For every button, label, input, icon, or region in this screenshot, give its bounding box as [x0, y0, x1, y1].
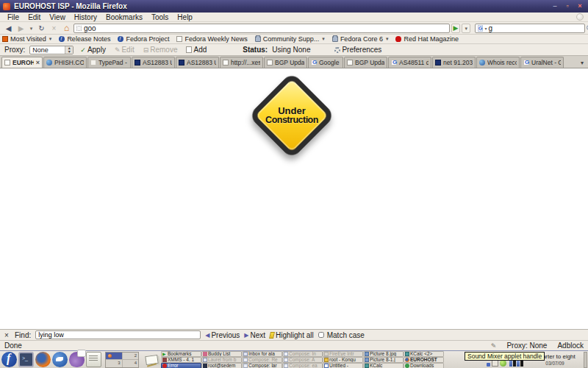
search-engine-dropdown-icon[interactable]: ▾ — [484, 26, 487, 31]
terminal-launcher-icon[interactable] — [18, 352, 34, 367]
task-downloads[interactable]: Downloads — [404, 363, 444, 368]
go-button[interactable]: ▶ — [451, 24, 461, 33]
url-input[interactable] — [84, 24, 447, 32]
fedora-menu-icon[interactable] — [1, 352, 17, 367]
task-konqueror[interactable]: root - Konqu — [323, 357, 363, 363]
bookmark-fedora-weekly-news[interactable]: Fedora Weekly News — [176, 35, 247, 43]
task-compose-a[interactable]: Compose: A — [282, 357, 323, 363]
bookmark-fedora-core-6[interactable]: Fedora Core 6 — [332, 35, 389, 43]
tab-bgp-update-2[interactable]: BGP Update r... — [344, 57, 387, 68]
highlight-all-button[interactable]: Highlight all — [270, 331, 314, 339]
checkbox[interactable] — [318, 332, 324, 338]
tab-as12883-1[interactable]: AS12883 UC... — [132, 57, 175, 68]
proxy-status[interactable]: Proxy: None — [506, 342, 547, 350]
tab-text-file[interactable]: http://...xes.txt — [220, 57, 263, 68]
show-desktop-icon[interactable] — [144, 353, 159, 367]
task-compose-re[interactable]: Compose: Re — [242, 357, 282, 363]
url-bar[interactable] — [74, 24, 450, 33]
tab-whois[interactable]: Whois record... — [476, 57, 520, 68]
tab-net-91-203[interactable]: net 91.203 9... — [432, 57, 476, 68]
menu-edit[interactable]: Edit — [24, 13, 45, 21]
search-engine-icon[interactable]: G — [478, 25, 483, 32]
find-previous-button[interactable]: ◀Previous — [205, 331, 240, 339]
task-error[interactable]: Error — [161, 363, 201, 368]
bookmark-most-visited[interactable]: Most Visited — [2, 35, 51, 43]
tab-google[interactable]: Google — [308, 57, 343, 68]
home-icon[interactable]: ⌂ — [61, 24, 72, 33]
pidgin-launcher-icon[interactable] — [69, 352, 85, 367]
menu-tools[interactable]: Tools — [147, 13, 173, 21]
close-button[interactable]: × — [575, 2, 585, 10]
menu-file[interactable]: File — [3, 13, 24, 21]
menu-bookmarks[interactable]: Bookmarks — [101, 13, 147, 21]
tab-as12883-2[interactable]: AS12883 UC... — [176, 57, 219, 68]
maximize-button[interactable]: ▫ — [562, 2, 573, 10]
proxy-edit-button[interactable]: ✎Edit — [112, 46, 137, 54]
go-dropdown-icon[interactable]: ▾ — [462, 24, 470, 33]
find-close-icon[interactable]: × — [3, 331, 10, 339]
thunderbird-launcher-icon[interactable] — [52, 352, 68, 367]
bookmark-fedora-project[interactable]: Fedora Project — [118, 35, 169, 43]
tab-overflow-icon[interactable]: ▾ — [578, 60, 587, 68]
menu-history[interactable]: History — [70, 13, 101, 21]
spinner-icon[interactable]: ▴▾ — [65, 46, 73, 54]
task-buddy-list[interactable]: Buddy List — [201, 351, 242, 357]
task-inbox[interactable]: Inbox for ala — [242, 351, 282, 357]
task-xmms[interactable]: XMMS - 4. 1 — [161, 357, 201, 363]
bookmark-red-hat-magazine[interactable]: Red Hat Magazine — [395, 35, 459, 43]
search-input[interactable] — [488, 24, 585, 32]
bookmark-community-support[interactable]: Community Supp... — [255, 35, 325, 43]
back-icon[interactable]: ◀ — [3, 24, 14, 33]
task-laurel[interactable]: Laurel from b — [201, 357, 242, 363]
menu-view[interactable]: View — [45, 13, 70, 21]
tab-uralnet[interactable]: UralNet - Goo... — [520, 57, 564, 68]
search-bar[interactable]: G ▾ — [475, 24, 585, 33]
pager-desktop-1[interactable] — [106, 353, 122, 360]
tab-phish[interactable]: PHISH.COM _ ... — [43, 57, 87, 68]
pager-desktop-3[interactable]: 3 — [106, 360, 122, 367]
task-root-sedem[interactable]: root@sedem — [201, 363, 242, 368]
tab-typepad[interactable]: TypePad - Ed... — [87, 57, 131, 68]
proxy-remove-button[interactable]: ⊟Remove — [141, 46, 180, 54]
task-compose-lar[interactable]: Compose: lar — [242, 363, 282, 368]
task-compose-in[interactable]: Compose: In — [282, 351, 323, 357]
task-compose-ea[interactable]: Compose: ea — [282, 363, 323, 368]
history-dropdown-icon[interactable]: ▾ — [28, 24, 35, 33]
proxy-add-button[interactable]: Add — [184, 46, 209, 54]
tab-eurohost[interactable]: EUROHO...× — [1, 57, 43, 68]
proxy-preferences-button[interactable]: Preferences — [332, 46, 384, 54]
previous-label: Previous — [211, 331, 240, 339]
task-untitled[interactable]: Untitled - — [323, 363, 363, 368]
tab-as48511[interactable]: AS48511 dro... — [388, 57, 431, 68]
find-input[interactable] — [35, 330, 201, 339]
reload-icon[interactable]: ↻ — [36, 24, 47, 33]
task-fireeye[interactable]: FireEye Intr — [323, 351, 363, 357]
adblock-status[interactable]: Adblock — [557, 342, 584, 350]
tab-close-icon[interactable]: × — [36, 59, 40, 66]
task-picture-8-1[interactable]: Picture 8-1.j — [363, 357, 404, 363]
task-picture-8[interactable]: Picture 8.jpg — [363, 351, 404, 357]
task-eurohost[interactable]: EUROHOST — [404, 357, 444, 363]
tab-bgp-update-1[interactable]: BGP Update r... — [264, 57, 307, 68]
forward-icon[interactable]: ▶ — [15, 24, 26, 33]
proxy-select[interactable]: None▴▾ — [29, 46, 74, 54]
task-bookmarks[interactable]: Bookmarks — [161, 351, 201, 357]
mail-icon — [243, 352, 248, 356]
notes-launcher-icon[interactable] — [86, 352, 101, 367]
pager-desktop-4[interactable]: 4 — [123, 360, 139, 367]
firefox-launcher-icon[interactable] — [35, 352, 51, 367]
task-kcalc-2[interactable]: KCalc <2> — [404, 351, 444, 357]
bookmark-release-notes[interactable]: Release Notes — [59, 35, 110, 43]
menu-help[interactable]: Help — [173, 13, 197, 21]
tab-label: http://...xes.txt — [231, 59, 260, 66]
stop-icon[interactable]: × — [49, 24, 60, 33]
minimize-button[interactable]: – — [550, 2, 560, 10]
update-notifier-icon[interactable] — [500, 360, 506, 367]
panel-hide-handle[interactable] — [584, 352, 587, 368]
proxy-apply-button[interactable]: ✓Apply — [78, 46, 108, 54]
find-next-button[interactable]: ▶Next — [244, 331, 265, 339]
match-case-checkbox[interactable]: Match case — [318, 331, 365, 339]
task-kcalc[interactable]: KCalc — [363, 363, 404, 368]
tray-mini-icon[interactable] — [487, 363, 490, 367]
pager-desktop-2[interactable]: 2 — [123, 353, 139, 360]
